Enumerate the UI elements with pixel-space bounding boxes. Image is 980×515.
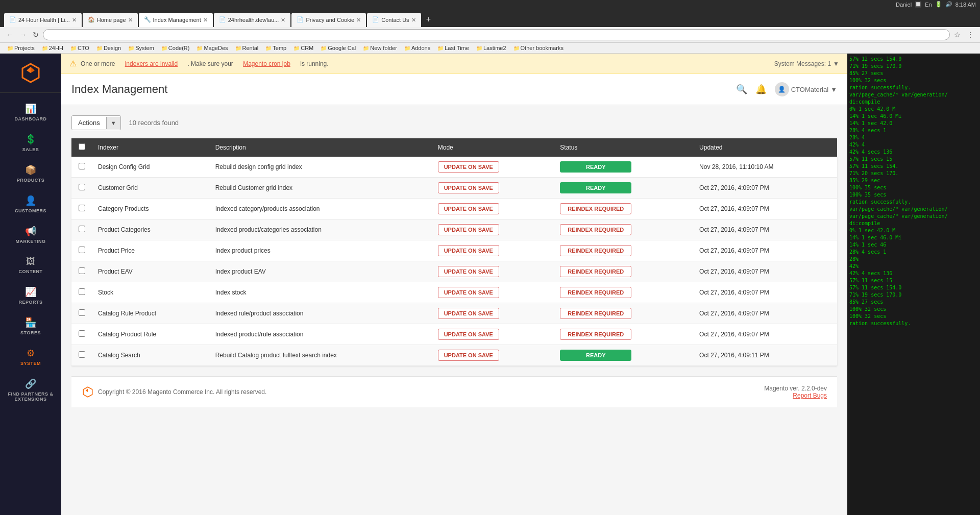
settings-button[interactable]: ⋮ (965, 30, 976, 40)
row-mode[interactable]: UPDATE ON SAVE (432, 282, 554, 303)
bookmark-google-cal[interactable]: 📁Google Cal (317, 44, 359, 52)
row-checkbox-2[interactable] (79, 205, 85, 211)
row-status[interactable]: REINDEX REQUIRED (554, 219, 693, 240)
row-mode[interactable]: UPDATE ON SAVE (432, 178, 554, 199)
sidebar-item-stores[interactable]: 🏪 STORES (0, 311, 61, 341)
sidebar-item-customers[interactable]: 👤 CUSTOMERS (0, 189, 61, 219)
bookmark-projects[interactable]: 📁Projects (4, 44, 38, 52)
bookmark-rental[interactable]: 📁Rental (232, 44, 262, 52)
row-checkbox-4[interactable] (79, 247, 85, 253)
status-button[interactable]: READY (560, 182, 631, 193)
search-icon[interactable]: 🔍 (736, 84, 747, 95)
tab-close-icon[interactable]: ✕ (203, 17, 208, 23)
tab-close-icon[interactable]: ✕ (356, 17, 361, 23)
mode-button[interactable]: UPDATE ON SAVE (438, 308, 499, 319)
bookmark-addons[interactable]: 📁Addons (401, 44, 433, 52)
row-status[interactable]: REINDEX REQUIRED (554, 282, 693, 303)
row-checkbox-8[interactable] (79, 330, 85, 337)
bookmark-other-bookmarks[interactable]: 📁Other bookmarks (510, 44, 567, 52)
row-mode[interactable]: UPDATE ON SAVE (432, 199, 554, 219)
bookmark-crm[interactable]: 📁CRM (290, 44, 316, 52)
row-status[interactable]: REINDEX REQUIRED (554, 199, 693, 219)
bookmark-code(r)[interactable]: 📁Code(R) (158, 44, 193, 52)
mode-button[interactable]: UPDATE ON SAVE (438, 266, 499, 277)
bookmark-button[interactable]: ☆ (952, 30, 963, 40)
forward-button[interactable]: → (17, 30, 29, 40)
status-button[interactable]: REINDEX REQUIRED (560, 329, 631, 340)
bookmark-cto[interactable]: 📁CTO (67, 44, 92, 52)
bookmark-temp[interactable]: 📁Temp (262, 44, 289, 52)
mode-button[interactable]: UPDATE ON SAVE (438, 224, 499, 235)
status-button[interactable]: REINDEX REQUIRED (560, 308, 631, 319)
new-tab-button[interactable]: + (422, 13, 435, 26)
row-checkbox-7[interactable] (79, 309, 85, 316)
status-button[interactable]: REINDEX REQUIRED (560, 266, 631, 277)
warning-link-cron[interactable]: Magento cron job (243, 60, 290, 67)
row-checkbox-5[interactable] (79, 267, 85, 274)
system-messages[interactable]: System Messages: 1 ▼ (774, 60, 839, 67)
row-mode[interactable]: UPDATE ON SAVE (432, 324, 554, 345)
tab-tab3[interactable]: 🔧 Index Management ✕ (139, 13, 213, 27)
status-button[interactable]: REINDEX REQUIRED (560, 224, 631, 235)
notification-icon[interactable]: 🔔 (755, 84, 767, 95)
bookmark-magedes[interactable]: 📁MageDes (193, 44, 231, 52)
row-checkbox-1[interactable] (79, 184, 85, 190)
bookmark-new-folder[interactable]: 📁New folder (360, 44, 400, 52)
tab-tab2[interactable]: 🏠 Home page ✕ (83, 13, 138, 27)
report-bugs-link[interactable]: Report Bugs (764, 392, 827, 399)
mode-button[interactable]: UPDATE ON SAVE (438, 161, 499, 173)
status-button[interactable]: REINDEX REQUIRED (560, 203, 631, 214)
address-bar[interactable]: 24hrhealth.dev/index.php/admin_1/indexer… (43, 29, 950, 40)
tab-tab6[interactable]: 📄 Contact Us ✕ (367, 13, 421, 27)
row-mode[interactable]: UPDATE ON SAVE (432, 240, 554, 261)
sidebar-item-products[interactable]: 📦 PRODUCTS (0, 158, 61, 189)
row-mode[interactable]: UPDATE ON SAVE (432, 303, 554, 324)
row-checkbox-6[interactable] (79, 288, 85, 295)
row-status[interactable]: READY (554, 157, 693, 178)
mode-button[interactable]: UPDATE ON SAVE (438, 329, 499, 340)
bookmark-lastime2[interactable]: 📁Lastime2 (473, 44, 509, 52)
tab-tab1[interactable]: 📄 24 Hour Health | Li... ✕ (4, 13, 82, 27)
select-all-header[interactable] (71, 138, 92, 157)
status-button[interactable]: READY (560, 161, 631, 173)
tab-close-icon[interactable]: ✕ (411, 17, 416, 23)
mode-button[interactable]: UPDATE ON SAVE (438, 245, 499, 256)
row-checkbox-0[interactable] (79, 163, 85, 169)
bookmark-design[interactable]: 📁Design (93, 44, 124, 52)
row-status[interactable]: READY (554, 345, 693, 366)
status-button[interactable]: REINDEX REQUIRED (560, 287, 631, 298)
sidebar-item-sales[interactable]: 💲 SALES (0, 128, 61, 158)
warning-link-indexers[interactable]: indexers are invalid (125, 60, 178, 67)
row-checkbox-3[interactable] (79, 226, 85, 232)
tab-close-icon[interactable]: ✕ (281, 17, 285, 23)
tab-close-icon[interactable]: ✕ (72, 17, 77, 23)
mode-button[interactable]: UPDATE ON SAVE (438, 287, 499, 298)
status-button[interactable]: REINDEX REQUIRED (560, 245, 631, 256)
row-mode[interactable]: UPDATE ON SAVE (432, 345, 554, 366)
row-mode[interactable]: UPDATE ON SAVE (432, 261, 554, 282)
sidebar-item-dashboard[interactable]: 📊 DASHBOARD (0, 97, 61, 128)
tab-close-icon[interactable]: ✕ (128, 17, 133, 23)
tab-tab5[interactable]: 📄 Privacy and Cookie ✕ (291, 13, 366, 27)
row-mode[interactable]: UPDATE ON SAVE (432, 219, 554, 240)
row-checkbox-9[interactable] (79, 351, 85, 358)
mode-button[interactable]: UPDATE ON SAVE (438, 203, 499, 214)
sidebar-item-system[interactable]: ⚙ SYSTEM (0, 341, 61, 372)
row-status[interactable]: REINDEX REQUIRED (554, 324, 693, 345)
reload-button[interactable]: ↻ (31, 30, 41, 40)
tab-tab4[interactable]: 📄 24hrhealth.dev/lau... ✕ (214, 13, 291, 27)
bookmark-last-time[interactable]: 📁Last Time (434, 44, 472, 52)
row-status[interactable]: READY (554, 178, 693, 199)
mode-button[interactable]: UPDATE ON SAVE (438, 350, 499, 361)
user-menu[interactable]: 👤 CTOMaterial ▼ (775, 82, 837, 96)
bookmark-24hh[interactable]: 📁24HH (39, 44, 66, 52)
sidebar-item-reports[interactable]: 📈 REPORTS (0, 280, 61, 311)
mode-button[interactable]: UPDATE ON SAVE (438, 182, 499, 193)
sidebar-item-content[interactable]: 🖼 CONTENT (0, 250, 61, 280)
back-button[interactable]: ← (4, 30, 15, 40)
select-all-checkbox[interactable] (79, 143, 85, 150)
row-status[interactable]: REINDEX REQUIRED (554, 240, 693, 261)
sidebar-item-marketing[interactable]: 📢 MARKETING (0, 219, 61, 250)
actions-dropdown[interactable]: Actions ▼ (71, 115, 121, 130)
row-status[interactable]: REINDEX REQUIRED (554, 303, 693, 324)
